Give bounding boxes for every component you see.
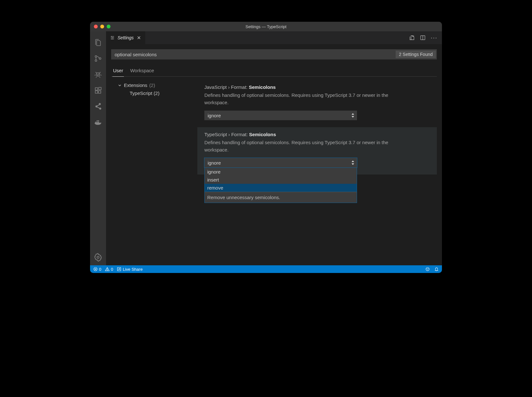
- scope-tab-workspace[interactable]: Workspace: [130, 66, 155, 76]
- status-live-share[interactable]: Live Share: [117, 267, 142, 272]
- titlebar: Settings — TypeScript: [90, 22, 442, 31]
- setting-value: ignore: [208, 113, 221, 118]
- toc-extensions-count: (2): [149, 82, 155, 88]
- select-caret-icon: [351, 113, 354, 118]
- svg-marker-27: [352, 163, 354, 165]
- svg-point-3: [96, 73, 100, 76]
- svg-point-33: [107, 270, 108, 270]
- svg-rect-11: [97, 121, 98, 121]
- svg-rect-5: [95, 91, 98, 93]
- status-bar: 0 0 Live Share: [90, 265, 442, 273]
- settings-toc: Extensions (2) TypeScript (2): [111, 77, 197, 265]
- tab-label: Settings: [118, 35, 134, 40]
- feedback-icon[interactable]: [425, 267, 430, 271]
- editor-content: Settings ··· 2 Settings Found User Works…: [106, 31, 442, 265]
- setting-select[interactable]: ignore: [204, 111, 357, 120]
- settings-columns: Extensions (2) TypeScript (2) JavaScript…: [111, 77, 437, 265]
- source-control-icon[interactable]: [90, 51, 106, 66]
- app-window: Settings — TypeScript: [90, 22, 442, 273]
- more-actions-icon[interactable]: ···: [431, 35, 437, 41]
- settings-result-count: 2 Settings Found: [396, 51, 436, 58]
- svg-rect-6: [98, 91, 101, 93]
- live-share-icon[interactable]: [90, 98, 106, 114]
- svg-point-2: [99, 58, 101, 59]
- svg-point-38: [428, 269, 428, 269]
- debug-icon[interactable]: [90, 66, 106, 82]
- setting-description: Defines handling of optional semicolons.…: [204, 139, 409, 153]
- setting-description: Defines handling of optional semicolons.…: [204, 92, 409, 106]
- dropdown-option-remove[interactable]: remove: [205, 184, 357, 192]
- main-area: Settings ··· 2 Settings Found User Works…: [90, 31, 442, 265]
- dropdown-option-insert[interactable]: insert: [205, 176, 357, 184]
- setting-typescript-format-semicolons: TypeScript › Format: Semicolons Defines …: [197, 127, 437, 175]
- settings-scope-tabs: User Workspace: [111, 66, 437, 77]
- svg-rect-7: [99, 87, 101, 90]
- chevron-down-icon: [118, 83, 122, 88]
- toc-extensions[interactable]: Extensions (2): [111, 81, 197, 89]
- setting-breadcrumb: TypeScript › Format:: [204, 132, 249, 137]
- setting-select[interactable]: ignore: [204, 158, 357, 167]
- setting-breadcrumb: JavaScript › Format:: [204, 84, 249, 90]
- tab-actions: ···: [409, 31, 442, 44]
- status-warnings-count: 0: [111, 267, 113, 272]
- scope-tab-user[interactable]: User: [112, 66, 124, 77]
- tab-bar: Settings ···: [106, 31, 442, 44]
- status-live-share-label: Live Share: [123, 267, 142, 272]
- explorer-icon[interactable]: [90, 35, 106, 51]
- tab-settings[interactable]: Settings: [106, 31, 145, 44]
- setting-name: Semicolons: [249, 84, 276, 90]
- svg-rect-8: [95, 122, 96, 123]
- setting-title: TypeScript › Format: Semicolons: [204, 132, 430, 137]
- svg-point-0: [95, 56, 97, 57]
- svg-rect-4: [95, 88, 98, 90]
- traffic-lights: [94, 25, 110, 28]
- dropdown-option-ignore[interactable]: ignore: [205, 168, 357, 176]
- svg-point-36: [426, 268, 429, 271]
- split-editor-icon[interactable]: [420, 35, 426, 41]
- settings-editor: 2 Settings Found User Workspace Extensio…: [106, 44, 442, 265]
- setting-value: ignore: [208, 160, 221, 166]
- toc-extensions-label: Extensions: [124, 82, 147, 88]
- setting-title: JavaScript › Format: Semicolons: [204, 84, 430, 90]
- settings-gear-icon[interactable]: [90, 249, 106, 265]
- window-minimize-button[interactable]: [100, 25, 104, 28]
- select-caret-icon: [351, 160, 354, 165]
- settings-search-row: 2 Settings Found: [111, 49, 437, 59]
- toc-typescript-count: (2): [154, 90, 159, 96]
- status-warnings[interactable]: 0: [105, 267, 113, 272]
- svg-marker-25: [352, 116, 354, 118]
- svg-point-13: [97, 256, 99, 259]
- warning-icon: [105, 267, 110, 271]
- settings-list-icon: [110, 35, 115, 40]
- status-errors[interactable]: 0: [93, 267, 101, 272]
- live-share-status-icon: [117, 267, 121, 271]
- setting-javascript-format-semicolons: JavaScript › Format: Semicolons Defines …: [197, 80, 437, 127]
- close-icon[interactable]: [136, 35, 141, 40]
- setting-name: Semicolons: [249, 132, 276, 137]
- activity-bar: [90, 31, 106, 265]
- open-settings-json-icon[interactable]: [409, 35, 415, 41]
- window-close-button[interactable]: [94, 25, 98, 28]
- toc-typescript[interactable]: TypeScript (2): [111, 89, 197, 97]
- extensions-icon[interactable]: [90, 82, 106, 98]
- setting-dropdown: ignore insert remove Remove unnecessary …: [204, 167, 357, 203]
- bell-icon[interactable]: [434, 267, 439, 271]
- svg-line-35: [118, 269, 120, 270]
- svg-rect-9: [97, 122, 98, 123]
- toc-typescript-label: TypeScript: [130, 90, 152, 96]
- window-title: Settings — TypeScript: [90, 24, 442, 29]
- error-icon: [93, 267, 98, 271]
- status-errors-count: 0: [99, 267, 101, 272]
- svg-rect-12: [98, 121, 99, 121]
- settings-list: JavaScript › Format: Semicolons Defines …: [197, 77, 437, 265]
- svg-marker-26: [352, 160, 354, 162]
- docker-icon[interactable]: [90, 114, 106, 130]
- svg-point-37: [427, 269, 427, 269]
- settings-search-input[interactable]: [111, 52, 395, 57]
- svg-rect-10: [98, 122, 99, 123]
- window-maximize-button[interactable]: [107, 25, 110, 28]
- dropdown-hint: Remove unnecessary semicolons.: [205, 192, 357, 203]
- svg-point-1: [95, 60, 97, 61]
- svg-marker-24: [352, 113, 354, 115]
